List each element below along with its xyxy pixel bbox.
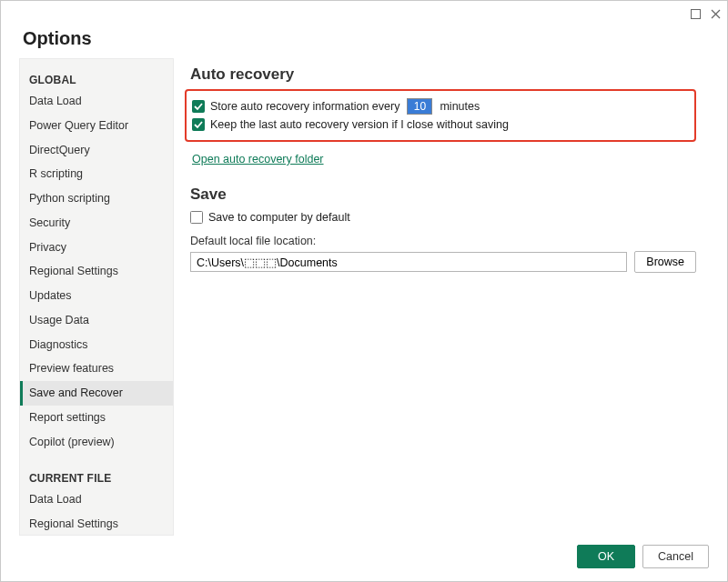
sidebar-item-copilot-preview-[interactable]: Copilot (preview) <box>20 430 173 455</box>
section-title-auto-recovery: Auto recovery <box>190 65 696 84</box>
svg-rect-4 <box>193 119 205 131</box>
titlebar <box>1 1 727 25</box>
sidebar-section-header: CURRENT FILE <box>20 467 173 487</box>
label-store-info-prefix: Store auto recovery information every <box>210 100 399 113</box>
svg-rect-5 <box>191 212 203 224</box>
checkbox-row-keep-last: Keep the last auto recovery version if I… <box>192 116 685 133</box>
close-icon[interactable] <box>709 7 722 20</box>
label-store-info-suffix: minutes <box>440 100 480 113</box>
dialog-footer: OK Cancel <box>1 536 727 581</box>
sidebar-item-save-and-recover[interactable]: Save and Recover <box>20 381 173 406</box>
input-autorecovery-minutes[interactable] <box>407 98 432 115</box>
link-open-recovery-folder[interactable]: Open auto recovery folder <box>192 153 324 166</box>
input-default-location[interactable] <box>190 252 627 272</box>
sidebar-item-regional-settings[interactable]: Regional Settings <box>20 512 173 536</box>
sidebar-item-privacy[interactable]: Privacy <box>20 236 173 260</box>
dialog-header: Options <box>1 25 727 58</box>
checkbox-keep-last[interactable] <box>192 118 205 131</box>
options-dialog: Options GLOBALData LoadPower Query Edito… <box>0 0 728 582</box>
maximize-icon[interactable] <box>689 7 702 20</box>
content-panel: Auto recovery Store auto recovery inform… <box>174 58 709 536</box>
sidebar-item-preview-features[interactable]: Preview features <box>20 356 173 381</box>
sidebar-item-updates[interactable]: Updates <box>20 284 173 308</box>
label-default-location: Default local file location: <box>190 235 696 247</box>
sidebar-item-data-load[interactable]: Data Load <box>20 89 173 114</box>
sidebar-item-usage-data[interactable]: Usage Data <box>20 308 173 333</box>
sidebar-item-security[interactable]: Security <box>20 211 173 236</box>
ok-button[interactable]: OK <box>577 545 635 568</box>
checkbox-row-store-info: Store auto recovery information every mi… <box>192 96 685 116</box>
sidebar-item-data-load[interactable]: Data Load <box>20 487 173 512</box>
svg-rect-0 <box>691 9 700 18</box>
sidebar-item-report-settings[interactable]: Report settings <box>20 406 173 430</box>
sidebar-item-regional-settings[interactable]: Regional Settings <box>20 259 173 284</box>
section-title-save: Save <box>190 186 696 204</box>
highlight-auto-recovery: Store auto recovery information every mi… <box>185 89 696 142</box>
label-keep-last: Keep the last auto recovery version if I… <box>210 118 509 131</box>
svg-rect-3 <box>193 101 205 113</box>
cancel-button[interactable]: Cancel <box>642 545 709 568</box>
sidebar-item-diagnostics[interactable]: Diagnostics <box>20 333 173 357</box>
browse-button[interactable]: Browse <box>634 251 696 273</box>
checkbox-row-save-to-computer: Save to computer by default <box>190 209 696 226</box>
dialog-title: Options <box>23 28 705 49</box>
sidebar-item-power-query-editor[interactable]: Power Query Editor <box>20 114 173 138</box>
checkbox-store-info[interactable] <box>192 100 205 113</box>
sidebar: GLOBALData LoadPower Query EditorDirectQ… <box>19 58 174 536</box>
sidebar-item-python-scripting[interactable]: Python scripting <box>20 186 173 211</box>
sidebar-item-r-scripting[interactable]: R scripting <box>20 162 173 186</box>
sidebar-item-directquery[interactable]: DirectQuery <box>20 138 173 163</box>
row-default-location: Browse <box>190 251 696 273</box>
label-save-to-computer: Save to computer by default <box>208 211 350 224</box>
sidebar-section-header: GLOBAL <box>20 68 173 89</box>
checkbox-save-to-computer[interactable] <box>190 211 203 224</box>
